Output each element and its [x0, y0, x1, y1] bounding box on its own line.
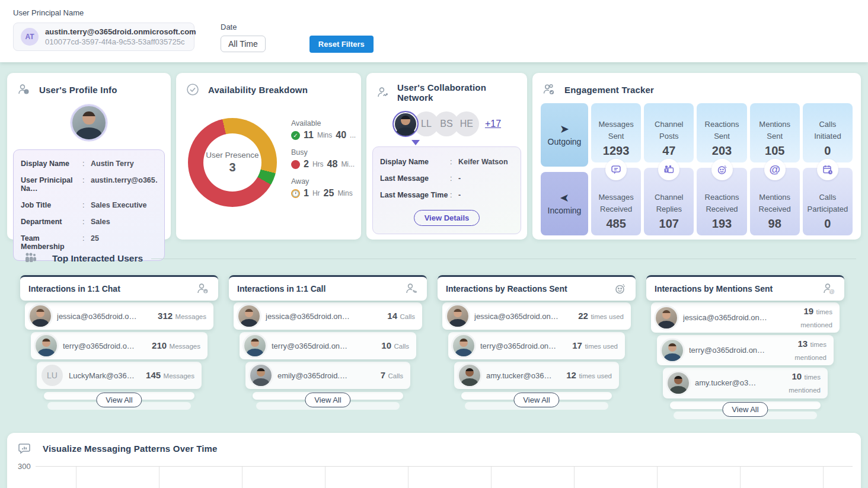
- user-name: terry@o365droid.on…: [272, 342, 375, 350]
- engagement-column-calls: Calls Initiated 0 Calls Participated 0: [803, 103, 853, 235]
- profile-details-table: Display Name: Austin Terry User Prinicip…: [13, 149, 165, 261]
- check-circle-icon: [186, 82, 200, 97]
- gridline-vertical: [491, 467, 492, 488]
- interaction-row[interactable]: amy.tucker@o36… 12 times used: [454, 362, 619, 389]
- outgoing-label: Outgoing: [548, 137, 582, 146]
- teams-group-icon: [23, 252, 38, 265]
- gridline-vertical: [823, 467, 824, 488]
- view-all-button[interactable]: View All: [96, 393, 142, 407]
- availability-card: Availability Breakdown User Presence 3 A…: [176, 73, 361, 240]
- user-photo-avatar: [238, 305, 260, 327]
- field-label: Display Name: [21, 160, 82, 168]
- legend-label: Busy: [291, 148, 356, 157]
- field-label: Team Membership: [21, 234, 82, 251]
- person-info-icon: i: [17, 82, 31, 97]
- donut-center-label: User Presence: [206, 151, 259, 160]
- available-check-icon: ✓: [291, 131, 300, 140]
- profile-field-row: Job Title: Sales Executive: [21, 197, 157, 213]
- profile-field-row: Department: Sales: [21, 213, 157, 230]
- section-divider: [151, 259, 856, 259]
- gridline-vertical: [242, 467, 242, 488]
- direction-labels: ➤ Outgoing ➤ Incoming: [541, 103, 588, 235]
- legend-label: Available: [291, 119, 356, 127]
- profile-card-title: User's Profile Info: [39, 85, 117, 95]
- mentions-card-title: Interactions by Mentions Sent: [655, 284, 773, 294]
- interaction-row[interactable]: terry@o365droid.on… 17 times used: [448, 332, 625, 359]
- interaction-row[interactable]: terry@o365droid.on… 10 Calls: [240, 332, 416, 359]
- messaging-chart-title: Visualize Messaging Patterns Over Time: [43, 444, 218, 454]
- presence-donut-chart: User Presence 3: [188, 118, 277, 207]
- view-all-button[interactable]: View All: [722, 402, 768, 417]
- user-photo-avatar: [30, 305, 51, 327]
- user-photo-avatar: [453, 335, 474, 356]
- outgoing-tile: ➤ Outgoing: [541, 103, 588, 167]
- user-name: jessica@o365droid.o…: [57, 312, 152, 321]
- collaboration-card: User's Collaboration Network LL BS HE +1…: [366, 73, 527, 240]
- interaction-row[interactable]: jessica@o365droid.on… 22 times used: [442, 302, 631, 330]
- user-initials-avatar: AT: [21, 28, 39, 46]
- emoji-icon: [711, 159, 733, 180]
- person-call-icon: [404, 282, 419, 296]
- gridline-vertical: [740, 467, 741, 488]
- more-collaborators-link[interactable]: +17: [485, 119, 501, 129]
- field-value: austin.terry@o365…: [91, 176, 157, 184]
- engagement-column-mentions: Mentions Sent 105 @ Mentions Received 98: [750, 103, 800, 235]
- collaborator-avatar-strip: LL BS HE +17: [366, 111, 527, 137]
- legend-label: Away: [291, 177, 356, 186]
- away-clock-icon: 🕐: [291, 189, 300, 198]
- user-photo-avatar: [668, 372, 689, 394]
- user-email: austin.terry@o365droid.onmicrosoft.com: [45, 27, 196, 36]
- engagement-card: Engagement Tracker ➤ Outgoing ➤ Incoming…: [532, 73, 861, 240]
- smiley-icon: [613, 282, 627, 296]
- interaction-row[interactable]: emily@o365droid.… 7 Calls: [245, 362, 410, 389]
- gridline-vertical: [408, 467, 409, 488]
- interaction-row[interactable]: jessica@o365droid.on… 19 times mentioned: [651, 302, 840, 333]
- user-name: amy.tucker@o36…: [486, 371, 560, 380]
- collaborator-avatar[interactable]: HE: [454, 111, 479, 136]
- interaction-row[interactable]: amy.tucker@o365… 10 times mentioned: [663, 368, 828, 398]
- selected-user-pill[interactable]: AT austin.terry@o365droid.onmicrosoft.co…: [13, 23, 194, 51]
- incoming-label: Incoming: [548, 206, 582, 215]
- y-axis-tick-300: 300: [18, 462, 31, 471]
- outgoing-arrow-icon: ➤: [560, 123, 569, 135]
- interaction-row[interactable]: terry@o365droid.o… 210 Messages: [31, 332, 208, 359]
- field-value: Austin Terry: [91, 160, 134, 168]
- reset-filters-button[interactable]: Reset Filters: [309, 36, 374, 53]
- interaction-row[interactable]: terry@o365droid.on… 13 times mentioned: [657, 335, 834, 365]
- profile-photo-avatar: [71, 104, 107, 141]
- collaborator-photo-avatar[interactable]: [392, 111, 419, 137]
- user-photo-avatar: [459, 365, 480, 386]
- date-label: Date: [221, 23, 266, 31]
- incoming-arrow-icon: ➤: [560, 192, 569, 203]
- filter-bar: User Principal Name AT austin.terry@o365…: [0, 0, 868, 62]
- interactions-mentions-card: Interactions by Mentions Sent @ jessica@…: [646, 275, 844, 425]
- message-icon: [605, 159, 627, 180]
- call-card-title: Interactions in 1:1 Call: [237, 284, 326, 294]
- user-name: jessica@o365droid.on…: [266, 312, 381, 321]
- interaction-row[interactable]: jessica@o365droid.o… 312 Messages: [25, 302, 213, 330]
- user-name: terry@o365droid.on…: [689, 346, 766, 355]
- view-all-button[interactable]: View All: [513, 393, 559, 407]
- collaborator-details-panel: Display Name: Keifer Watson Last Message…: [372, 146, 521, 234]
- interactions-reactions-card: Interactions by Reactions Sent jessica@o…: [438, 275, 636, 425]
- engagement-column-channel: Channel Posts 47 Channel Replies 1: [644, 103, 694, 235]
- busy-dot-icon: [291, 160, 300, 169]
- user-name: amy.tucker@o365…: [695, 378, 760, 387]
- view-all-button[interactable]: View All: [305, 393, 350, 407]
- collab-field-row: Last Message Time: -: [380, 187, 513, 203]
- calendar-clock-icon: [817, 159, 838, 180]
- donut-center-value: 3: [229, 161, 235, 174]
- user-photo-avatar: [36, 335, 57, 356]
- incoming-tile: ➤ Incoming: [541, 172, 588, 235]
- interactions-call-card: Interactions in 1:1 Call jessica@o365dro…: [229, 275, 427, 425]
- messaging-patterns-card: Visualize Messaging Patterns Over Time 3…: [7, 433, 861, 488]
- engagement-column-messages: Messages Sent 1293 Messages Received 485: [591, 103, 641, 235]
- interaction-row[interactable]: LU LuckyMark@o36… 145 Messages: [37, 362, 202, 389]
- messaging-chart-plot: 300: [18, 466, 850, 488]
- view-details-button[interactable]: View Details: [414, 210, 480, 226]
- legend-item-available: Available ✓ 11 Mins 40 ...: [291, 119, 356, 141]
- date-filter-input[interactable]: All Time: [221, 36, 266, 52]
- chat-chart-icon: [18, 442, 33, 456]
- interaction-row[interactable]: jessica@o365droid.on… 14 Calls: [234, 302, 422, 330]
- interactions-chat-card: Interactions in 1:1 Chat jessica@o365dro…: [20, 275, 218, 425]
